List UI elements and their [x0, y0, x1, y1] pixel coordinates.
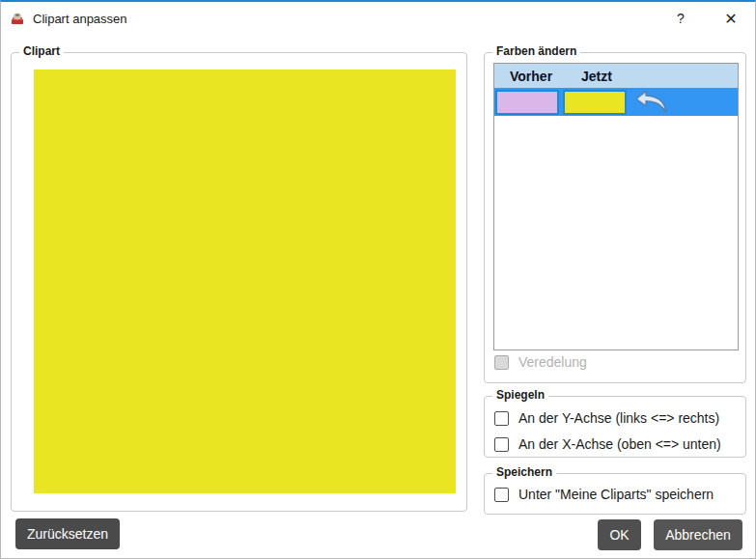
save-option: Unter "Meine Cliparts" speichern: [494, 487, 714, 502]
colors-group: Farben ändern Vorher Jetzt Veredelung: [484, 52, 746, 383]
save-checkbox[interactable]: [494, 488, 509, 502]
mirror-group-label: Spiegeln: [492, 388, 548, 402]
colors-group-label: Farben ändern: [492, 44, 580, 58]
mirror-group: Spiegeln An der Y-Achse (links <=> recht…: [484, 396, 746, 458]
mirror-y-label: An der Y-Achse (links <=> rechts): [518, 410, 719, 426]
cancel-button[interactable]: Abbrechen: [654, 519, 742, 550]
column-header-vorher: Vorher: [510, 69, 566, 84]
clipart-group: Clipart: [11, 52, 467, 512]
dialog-clipart-anpassen: Clipart anpassen ? ✕ Clipart Farben ände…: [0, 0, 756, 559]
table-row[interactable]: [494, 88, 738, 116]
save-label: Unter "Meine Cliparts" speichern: [518, 487, 714, 502]
before-color-swatch[interactable]: [495, 90, 559, 115]
column-header-jetzt: Jetzt: [581, 69, 612, 84]
clipart-preview[interactable]: [34, 70, 456, 493]
mirror-y-checkbox[interactable]: [494, 411, 509, 426]
app-icon: [10, 11, 25, 26]
reset-button[interactable]: Zurücksetzen: [15, 518, 120, 549]
veredelung-option: Veredelung: [494, 354, 587, 370]
clipart-group-label: Clipart: [19, 44, 64, 58]
save-group-label: Speichern: [492, 465, 556, 479]
ok-button[interactable]: OK: [598, 519, 641, 550]
mirror-x-checkbox[interactable]: [494, 437, 509, 452]
veredelung-label: Veredelung: [518, 354, 587, 370]
after-color-swatch[interactable]: [563, 90, 627, 115]
veredelung-checkbox[interactable]: [494, 355, 509, 370]
mirror-x-label: An der X-Achse (oben <=> unten): [518, 436, 721, 452]
mirror-y-option: An der Y-Achse (links <=> rechts): [494, 410, 719, 426]
color-table: Vorher Jetzt: [493, 63, 739, 350]
mirror-x-option: An der X-Achse (oben <=> unten): [494, 436, 721, 452]
save-group: Speichern Unter "Meine Cliparts" speiche…: [484, 473, 746, 515]
color-table-header: Vorher Jetzt: [494, 64, 738, 88]
help-button[interactable]: ?: [664, 4, 697, 33]
window-title: Clipart anpassen: [33, 12, 127, 26]
titlebar: Clipart anpassen ? ✕: [1, 4, 755, 33]
undo-arrow-icon[interactable]: [633, 90, 670, 115]
close-icon[interactable]: ✕: [714, 4, 747, 33]
